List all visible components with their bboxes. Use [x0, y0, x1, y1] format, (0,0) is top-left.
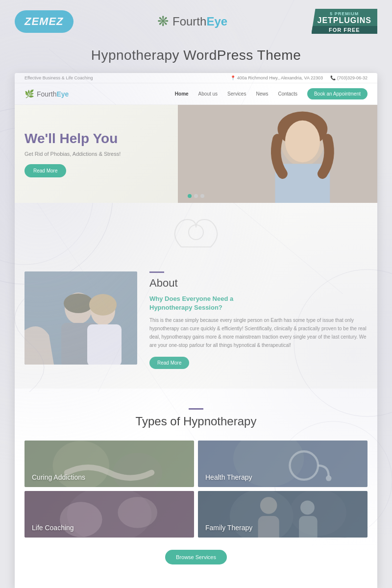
hero-heading: We'll Help You — [24, 130, 121, 147]
leaf-icon: 🌿 — [24, 89, 34, 98]
book-appointment-button[interactable]: Book an Appointment — [307, 88, 368, 99]
type-card-health-therapy[interactable]: Health Therapy — [198, 441, 368, 487]
card-label-4: Family Therapy — [205, 524, 252, 532]
types-accent-line — [189, 408, 203, 410]
site-nav[interactable]: Home About us Services News Contacts Boo… — [175, 88, 368, 99]
type-card-family-therapy[interactable]: Family Therapy — [198, 491, 368, 538]
top-bar: ZEMEZ ❋ FourthEye 5 PREMIUM JETPLUGINS F… — [0, 0, 392, 43]
svg-point-30 — [60, 502, 102, 538]
types-section-title: Types of Hypnotherapy — [24, 415, 368, 428]
site-address: 📍 400a Richmond Hwy., Alexandria, VA 223… — [230, 75, 323, 80]
hero-subheading: Get Rid of Phobias, Addictions & Stress! — [24, 151, 121, 157]
svg-point-11 — [285, 121, 320, 162]
hero-section: We'll Help You Get Rid of Phobias, Addic… — [15, 105, 377, 203]
page-title-area: Hypnotherapy WordPress Theme — [0, 43, 392, 73]
nav-services[interactable]: Services — [227, 91, 246, 97]
browse-btn-wrap: Browse Services — [24, 550, 368, 564]
svg-point-35 — [260, 497, 277, 514]
about-question: Why Does Everyone Need a Hypnotherapy Se… — [149, 294, 368, 312]
about-accent-line — [149, 271, 164, 273]
type-card-life-coaching[interactable]: Life Coaching — [24, 491, 194, 538]
types-grid: Curing Addictions Health Therapy — [24, 441, 368, 538]
brand-name: FourthEye — [172, 15, 227, 28]
svg-point-36 — [300, 501, 315, 515]
svg-rect-19 — [87, 324, 122, 365]
site-logo: 🌿 FourthEye — [24, 89, 69, 98]
site-phone: 📞 (703)329-06-32 — [330, 75, 368, 80]
type-card-curing-addictions[interactable]: Curing Addictions — [24, 441, 194, 487]
jetplugins-badge[interactable]: 5 PREMIUM JETPLUGINS FOR FREE — [312, 9, 377, 34]
hero-read-more-button[interactable]: Read More — [24, 164, 66, 177]
svg-point-20 — [89, 294, 117, 316]
svg-rect-37 — [258, 516, 279, 538]
browse-services-button[interactable]: Browse Services — [165, 550, 227, 564]
hero-image — [178, 105, 377, 203]
card-label-3: Life Coaching — [32, 524, 74, 532]
nav-contacts[interactable]: Contacts — [278, 91, 297, 97]
svg-point-27 — [326, 476, 332, 482]
dot-1[interactable] — [188, 194, 192, 198]
location-icon: 📍 — [230, 75, 236, 80]
types-header: Types of Hypnotherapy — [24, 408, 368, 428]
nav-home[interactable]: Home — [175, 91, 189, 97]
types-section: Types of Hypnotherapy Curing Addictions — [15, 389, 377, 588]
about-content: About Why Does Everyone Need a Hypnother… — [149, 271, 368, 369]
svg-rect-38 — [299, 516, 317, 538]
flower-icon: ❋ — [157, 13, 169, 29]
nav-about[interactable]: About us — [198, 91, 218, 97]
site-tagline: Effective Business & Life Coaching — [24, 75, 93, 80]
card-label-2: Health Therapy — [205, 473, 252, 481]
jetplugins-premium: 5 PREMIUM — [318, 11, 371, 16]
zemez-logo[interactable]: ZEMEZ — [15, 10, 74, 33]
hero-dots — [188, 194, 204, 198]
card-label-1: Curing Addictions — [32, 473, 85, 481]
jetplugins-main: JETPLUGINS — [318, 16, 371, 25]
svg-point-34 — [290, 491, 346, 536]
about-section-title: About — [149, 277, 368, 290]
jetplugins-free: FOR FREE — [312, 26, 377, 34]
hands-icon — [167, 213, 225, 252]
about-image — [24, 271, 137, 365]
site-logo-text: FourthEye — [37, 90, 69, 98]
fourtheye-logo: ❋ FourthEye — [157, 13, 227, 29]
about-body: This is the case simply because every si… — [149, 316, 368, 349]
dot-2[interactable] — [194, 194, 198, 198]
svg-point-31 — [118, 497, 157, 528]
phone-icon: 📞 — [330, 75, 336, 80]
svg-point-17 — [64, 294, 93, 313]
nav-news[interactable]: News — [256, 91, 268, 97]
about-read-more-button[interactable]: Read More — [149, 357, 189, 369]
hands-illustration — [15, 203, 377, 252]
zemez-label: ZEMEZ — [24, 15, 64, 28]
page-title: Hypnotherapy WordPress Theme — [0, 48, 392, 63]
about-section: About Why Does Everyone Need a Hypnother… — [15, 252, 377, 389]
preview-card: Effective Business & Life Coaching 📍 400… — [15, 73, 377, 588]
site-navbar: 🌿 FourthEye Home About us Services News … — [15, 83, 377, 105]
hero-content: We'll Help You Get Rid of Phobias, Addic… — [24, 130, 121, 177]
site-topbar: Effective Business & Life Coaching 📍 400… — [15, 73, 377, 83]
dot-3[interactable] — [200, 194, 204, 198]
